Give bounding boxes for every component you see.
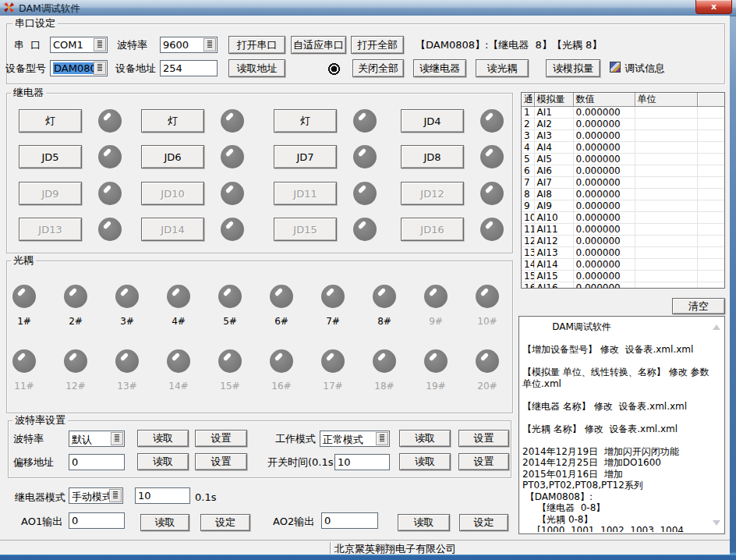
column-header-5[interactable] [697, 93, 725, 107]
opto-light-7 [321, 285, 345, 308]
work-mode-set-button[interactable]: 设置 [458, 430, 509, 447]
opto-light-label-1: 1# [0, 316, 50, 327]
relay-button-7[interactable]: JD7 [274, 145, 337, 168]
dropdown-arrow-icon[interactable] [203, 38, 216, 51]
baud-select[interactable]: 9600 [160, 37, 218, 53]
open-serial-button[interactable]: 打开串口 [228, 36, 285, 54]
ao1-input[interactable] [69, 512, 125, 529]
column-header-3[interactable]: 数值 [573, 93, 635, 107]
analog-row-5[interactable]: 5AI50.000000 [522, 154, 725, 165]
relay-mode-select[interactable]: 手动模式 [69, 487, 123, 504]
com-port-value: COM1 [53, 39, 83, 51]
analog-row-7[interactable]: 7AI70.000000 [522, 177, 725, 189]
opto-light-15 [218, 349, 242, 373]
scroll-up-icon[interactable] [713, 324, 720, 330]
switch-time-set-button[interactable]: 设置 [458, 453, 509, 470]
adaptive-serial-button[interactable]: 自适应串口 [291, 36, 346, 54]
baud-read-button[interactable]: 读取 [137, 430, 189, 447]
ao2-set-button[interactable]: 设定 [459, 514, 508, 531]
analog-row-9[interactable]: 9AI90.000000 [522, 200, 725, 212]
work-mode-read-button[interactable]: 读取 [399, 430, 451, 447]
log-box[interactable]: DAM调试软件 【增加设备型号】 修改 设备表.xml.xml 【模拟量 单位、… [518, 316, 725, 534]
read-addr-button[interactable]: 读取地址 [228, 59, 285, 77]
device-addr-label: 设备地址 [115, 63, 156, 74]
relay-time-input[interactable] [135, 487, 190, 504]
device-model-label: 设备型号 [5, 63, 46, 74]
relay-button-1[interactable]: 灯 [19, 109, 82, 133]
dropdown-arrow-icon[interactable] [94, 62, 106, 75]
dropdown-arrow-icon[interactable] [111, 432, 123, 445]
analog-row-11[interactable]: 11AI110.000000 [522, 224, 725, 236]
read-relay-button[interactable]: 读继电器 [413, 59, 466, 77]
analog-row-13[interactable]: 13AI130.000000 [522, 247, 725, 259]
debug-info-icon[interactable] [610, 62, 621, 73]
ao1-set-button[interactable]: 设定 [200, 514, 250, 531]
scroll-down-icon[interactable] [713, 520, 720, 526]
close-all-button[interactable]: 关闭全部 [352, 59, 404, 77]
analog-row-3[interactable]: 3AI30.000000 [522, 130, 725, 142]
ao2-input[interactable] [321, 512, 378, 529]
opto-light-5 [218, 285, 242, 308]
relay-button-11: JD11 [274, 182, 337, 205]
dropdown-arrow-icon[interactable] [109, 489, 122, 502]
work-mode-select[interactable]: 正常模式 [320, 431, 390, 447]
relay-button-8[interactable]: JD8 [401, 145, 464, 168]
opto-light-8 [373, 285, 396, 308]
opto-light-label-13: 13# [101, 381, 153, 392]
opto-light-label-20: 20# [462, 381, 513, 392]
opto-light-label-17: 17# [307, 381, 359, 392]
clear-button[interactable]: 清空 [672, 298, 725, 314]
opto-light-13 [115, 349, 139, 373]
read-opto-button[interactable]: 读光耦 [476, 59, 529, 77]
analog-row-10[interactable]: 10AI100.000000 [522, 212, 725, 224]
dropdown-arrow-icon[interactable] [376, 432, 388, 445]
relay-light-12 [480, 182, 504, 205]
offset-set-button[interactable]: 设置 [195, 453, 247, 470]
offset-addr-input[interactable] [69, 454, 125, 470]
dropdown-arrow-icon[interactable] [94, 38, 106, 51]
analog-row-1[interactable]: 1AI10.000000 [522, 107, 725, 119]
column-header-2[interactable]: 模拟量 [534, 93, 573, 107]
read-analog-button[interactable]: 读模拟量 [546, 59, 600, 77]
log-text: DAM调试软件 【增加设备型号】 修改 设备表.xml.xml 【模拟量 单位、… [522, 321, 710, 532]
relay-light-15 [353, 218, 377, 241]
analog-row-8[interactable]: 8AI80.000000 [522, 189, 725, 200]
device-model-select[interactable]: DAM0808 [50, 60, 108, 76]
baud-label: 波特率 [117, 40, 147, 51]
ao2-read-button[interactable]: 读取 [398, 514, 450, 531]
device-addr-input[interactable] [160, 60, 218, 76]
ao1-read-button[interactable]: 读取 [140, 514, 189, 531]
column-header-1[interactable]: 通 [522, 93, 534, 107]
baud-settings-title: 波特率设置 [12, 415, 68, 426]
switch-time-input[interactable] [334, 454, 390, 470]
relay-button-2[interactable]: 灯 [141, 109, 204, 133]
switch-time-read-button[interactable]: 读取 [399, 453, 451, 470]
analog-table[interactable]: 通模拟量数值单位 1AI10.0000002AI20.0000003AI30.0… [521, 92, 725, 289]
analog-row-14[interactable]: 14AI140.000000 [522, 259, 725, 271]
opto-light-label-10: 10# [462, 316, 513, 327]
analog-row-12[interactable]: 12AI120.000000 [522, 236, 725, 247]
column-header-4[interactable]: 单位 [635, 93, 697, 107]
opto-group-title: 光耦 [11, 255, 36, 266]
opto-light-label-18: 18# [359, 381, 410, 392]
device-summary: 【DAM0808】:【继电器 8】【光耦 8】 [416, 40, 602, 51]
opto-light-label-6: 6# [256, 316, 307, 327]
relay-button-5[interactable]: JD5 [19, 145, 82, 168]
relay-button-6[interactable]: JD6 [141, 145, 204, 168]
analog-row-6[interactable]: 6AI60.000000 [522, 165, 725, 177]
open-all-button[interactable]: 打开全部 [351, 36, 404, 54]
relay-light-13 [98, 218, 122, 241]
analog-row-16[interactable]: 16AI160.000000 [522, 282, 725, 289]
offset-read-button[interactable]: 读取 [137, 453, 189, 470]
analog-row-15[interactable]: 15AI150.000000 [522, 271, 725, 282]
analog-row-2[interactable]: 2AI20.000000 [522, 119, 725, 130]
baud2-select[interactable]: 默认 [69, 431, 125, 447]
relay-button-3[interactable]: 灯 [274, 109, 337, 133]
relay-light-14 [221, 218, 244, 241]
relay-button-4[interactable]: JD4 [401, 109, 464, 133]
relay-button-13: JD13 [19, 218, 82, 241]
analog-row-4[interactable]: 4AI40.000000 [522, 142, 725, 154]
close-button[interactable]: x [695, 0, 732, 14]
com-port-select[interactable]: COM1 [50, 37, 108, 53]
baud-set-button[interactable]: 设置 [195, 430, 247, 447]
